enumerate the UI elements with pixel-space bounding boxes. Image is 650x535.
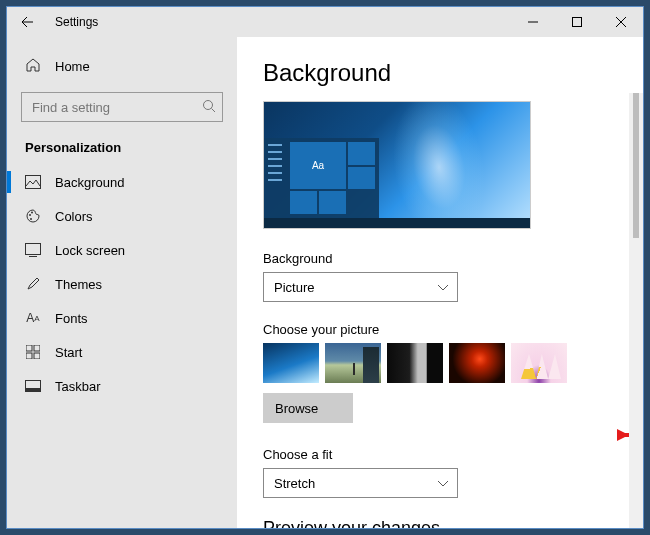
background-dropdown[interactable]: Picture [263,272,458,302]
svg-rect-8 [26,244,41,255]
nav-item-lockscreen[interactable]: Lock screen [7,233,237,267]
picture-thumbnail[interactable] [511,343,567,383]
nav-label: Taskbar [55,379,101,394]
svg-rect-1 [573,18,582,27]
svg-rect-15 [26,388,41,392]
content-area: Background Aa Background Picture Choose … [237,37,643,528]
svg-rect-4 [26,176,41,189]
nav-label: Background [55,175,124,190]
background-dropdown-value: Picture [274,280,314,295]
picture-thumbnail[interactable] [263,343,319,383]
section-header: Personalization [7,140,237,165]
browse-button-label: Browse [275,401,318,416]
nav-label: Start [55,345,82,360]
nav-label: Colors [55,209,93,224]
svg-rect-12 [26,353,32,359]
back-button[interactable] [13,8,41,36]
minimize-button[interactable] [511,7,555,37]
maximize-button[interactable] [555,7,599,37]
home-icon [25,57,41,76]
chevron-down-icon [437,280,449,295]
page-heading: Background [263,59,621,87]
nav-item-colors[interactable]: Colors [7,199,237,233]
search-input[interactable] [30,99,202,116]
palette-icon [25,208,41,224]
browse-button[interactable]: Browse [263,393,353,423]
picture-thumbnail[interactable] [325,343,381,383]
close-icon [616,17,626,27]
title-bar: Settings [7,7,643,37]
font-icon: AA [25,310,41,326]
nav-item-background[interactable]: Background [7,165,237,199]
svg-rect-13 [34,353,40,359]
start-icon [25,344,41,360]
svg-point-5 [29,214,31,216]
nav-item-start[interactable]: Start [7,335,237,369]
minimize-icon [528,17,538,27]
choose-picture-label: Choose your picture [263,322,621,337]
svg-line-3 [212,108,216,112]
svg-point-6 [31,212,33,214]
nav-item-fonts[interactable]: AA Fonts [7,301,237,335]
sidebar: Home Personalization Background Colors L… [7,37,237,528]
background-dropdown-label: Background [263,251,621,266]
preview-changes-heading: Preview your changes [263,518,621,528]
picture-thumbnail[interactable] [449,343,505,383]
svg-point-2 [204,100,213,109]
taskbar-icon [25,378,41,394]
scrollbar-thumb[interactable] [633,93,639,238]
fit-dropdown-value: Stretch [274,476,315,491]
home-link[interactable]: Home [7,51,237,82]
picture-thumbnail[interactable] [387,343,443,383]
lockscreen-icon [25,242,41,258]
nav-label: Themes [55,277,102,292]
svg-rect-11 [34,345,40,351]
picture-icon [25,174,41,190]
nav-label: Fonts [55,311,88,326]
chevron-down-icon [437,476,449,491]
picture-thumbnails [263,343,621,383]
search-icon [202,99,216,116]
desktop-preview: Aa [263,101,531,229]
svg-rect-10 [26,345,32,351]
nav-label: Lock screen [55,243,125,258]
window-title: Settings [55,15,98,29]
maximize-icon [572,17,582,27]
home-label: Home [55,59,90,74]
search-box[interactable] [21,92,223,122]
fit-dropdown[interactable]: Stretch [263,468,458,498]
close-button[interactable] [599,7,643,37]
back-arrow-icon [20,15,34,29]
settings-window: Settings Home Persona [6,6,644,529]
svg-point-7 [30,218,32,220]
choose-fit-label: Choose a fit [263,447,621,462]
nav-item-themes[interactable]: Themes [7,267,237,301]
brush-icon [25,276,41,292]
preview-tile-text: Aa [290,142,346,189]
nav-item-taskbar[interactable]: Taskbar [7,369,237,403]
